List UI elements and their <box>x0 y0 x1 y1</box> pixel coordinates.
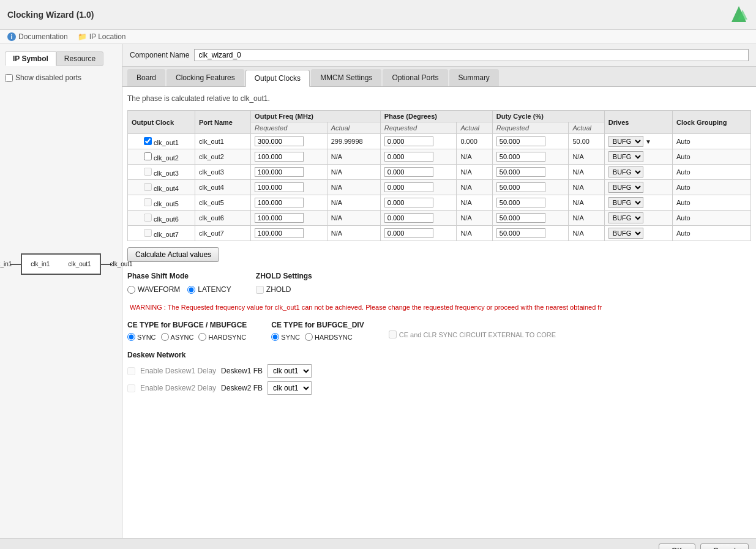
row-checkbox-cell: clk_out7 <box>128 226 195 241</box>
ce-div-hardsync-label[interactable]: HARDSYNC <box>305 333 353 341</box>
calculate-btn[interactable]: Calculate Actual values <box>127 247 219 262</box>
deskew2-label: Enable Deskew2 Delay <box>140 384 216 392</box>
row-4-freq-req <box>251 195 327 211</box>
latency-radio[interactable] <box>187 286 195 294</box>
row-3-freq-req-input[interactable] <box>255 182 304 192</box>
row-1-drives-select[interactable]: BUFG <box>608 151 643 162</box>
row-0-port: clk_out1 <box>195 134 250 149</box>
ce-sync-label[interactable]: SYNC <box>127 333 156 341</box>
row-6-checkbox[interactable] <box>144 229 152 237</box>
show-disabled-checkbox[interactable] <box>5 74 13 82</box>
deskew1-select[interactable]: clk out1 <box>268 364 312 378</box>
ce-hardsync-radio[interactable] <box>198 333 206 341</box>
ce-div-hardsync-radio[interactable] <box>305 333 313 341</box>
row-4-drives-select[interactable]: BUFG <box>608 197 643 208</box>
ce-async-radio[interactable] <box>161 333 169 341</box>
component-name-input[interactable] <box>194 49 749 61</box>
row-2-checkbox[interactable] <box>144 168 152 176</box>
tab-mmcm-settings[interactable]: MMCM Settings <box>311 69 381 86</box>
row-0-drives-select[interactable]: BUFG <box>608 136 643 147</box>
row-5-phase-req-input[interactable] <box>384 213 433 223</box>
tab-content: The phase is calculated relative to clk_… <box>122 87 756 538</box>
row-1-duty-req-input[interactable] <box>496 152 545 162</box>
warning-text: WARNING : The Requested frequency value … <box>127 301 751 313</box>
tab-summary[interactable]: Summary <box>449 69 499 86</box>
ce-div-sync-label[interactable]: SYNC <box>271 333 300 341</box>
ce-clr-sync-checkbox[interactable] <box>389 331 397 338</box>
row-0-checkbox[interactable] <box>144 137 152 145</box>
row-1-checkbox[interactable] <box>144 152 152 160</box>
deskew2-select[interactable]: clk out1 <box>268 381 312 395</box>
row-5-phase-act: N/A <box>457 211 492 226</box>
ok-button[interactable]: OK <box>659 543 695 549</box>
latency-radio-label[interactable]: LATENCY <box>187 285 231 294</box>
row-4-checkbox[interactable] <box>144 198 152 206</box>
cancel-button[interactable]: Cancel <box>700 543 749 549</box>
tab-optional-ports[interactable]: Optional Ports <box>383 69 447 86</box>
sidebar-tab-resource[interactable]: Resource <box>56 51 103 66</box>
row-2-freq-req-input[interactable] <box>255 167 304 177</box>
row-5-freq-req-input[interactable] <box>255 213 304 223</box>
col-phase-req: Requested <box>380 122 457 134</box>
ce-async-label[interactable]: ASYNC <box>161 333 194 341</box>
row-4-drives: BUFG <box>604 195 672 211</box>
sidebar-tab-group: IP Symbol Resource <box>5 51 117 66</box>
row-5-drives-select[interactable]: BUFG <box>608 212 643 223</box>
sidebar-tab-ip-symbol[interactable]: IP Symbol <box>5 51 56 66</box>
documentation-label: Documentation <box>18 32 68 41</box>
row-6-freq-req-input[interactable] <box>255 228 304 238</box>
row-0-duty-req-input[interactable] <box>496 136 545 146</box>
row-2-duty-req <box>492 165 569 180</box>
row-2-drives-select[interactable]: BUFG <box>608 166 643 177</box>
row-4-duty-req-input[interactable] <box>496 198 545 207</box>
row-3-phase-req-input[interactable] <box>384 182 433 192</box>
deskew-title: Deskew Network <box>127 351 751 359</box>
row-4-phase-req-input[interactable] <box>384 198 433 207</box>
zhold-title: ZHOLD Settings <box>256 272 312 280</box>
row-2-phase-req-input[interactable] <box>384 167 433 177</box>
row-6-duty-req-input[interactable] <box>496 228 545 238</box>
row-5-port: clk_out6 <box>195 211 250 226</box>
deskew2-checkbox[interactable] <box>127 384 135 392</box>
row-3-drives-select[interactable]: BUFG <box>608 182 643 193</box>
ip-output-label: clk_out1 <box>110 261 132 267</box>
title-bar: Clocking Wizard (1.0) <box>0 0 756 30</box>
col-phase: Phase (Degrees) <box>380 111 492 122</box>
tab-board[interactable]: Board <box>127 69 165 86</box>
row-4-freq-req-input[interactable] <box>255 198 304 207</box>
row-1-freq-req-input[interactable] <box>255 152 304 162</box>
row-4-phase-req <box>380 195 457 211</box>
row-0-phase-req-input[interactable] <box>384 136 433 146</box>
row-5-duty-req-input[interactable] <box>496 213 545 223</box>
row-0-freq-req <box>251 134 327 149</box>
row-1-name: clk_out2 <box>154 154 179 162</box>
row-6-phase-req-input[interactable] <box>384 228 433 238</box>
row-2-port: clk_out3 <box>195 165 250 180</box>
row-6-drives-select[interactable]: BUFG <box>608 228 643 239</box>
row-5-checkbox[interactable] <box>144 214 152 222</box>
row-3-checkbox[interactable] <box>144 183 152 191</box>
ce-sync-radio[interactable] <box>127 333 135 341</box>
ce-row: CE TYPE for BUFGCE / MBUFGCE SYNC ASYNC <box>127 321 751 341</box>
tab-output-clocks[interactable]: Output Clocks <box>245 70 310 87</box>
ce-div-sync-radio[interactable] <box>271 333 279 341</box>
ce-hardsync-label[interactable]: HARDSYNC <box>198 333 246 341</box>
app-logo <box>729 5 749 24</box>
deskew1-checkbox[interactable] <box>127 367 135 375</box>
row-2-duty-req-input[interactable] <box>496 167 545 177</box>
row-4-clock-group: Auto <box>672 195 750 211</box>
row-4-duty-req <box>492 195 569 211</box>
tab-clocking-features[interactable]: Clocking Features <box>167 69 244 86</box>
row-1-phase-req-input[interactable] <box>384 152 433 162</box>
waveform-radio[interactable] <box>127 286 135 294</box>
documentation-link[interactable]: i Documentation <box>7 32 68 41</box>
ip-location-link[interactable]: 📁 IP Location <box>78 32 126 41</box>
zhold-checkbox-label[interactable]: ZHOLD <box>256 285 312 294</box>
row-3-phase-req <box>380 180 457 195</box>
row-3-freq-req <box>251 180 327 195</box>
row-0-freq-req-input[interactable] <box>255 136 304 146</box>
row-0-duty-req <box>492 134 569 149</box>
zhold-checkbox[interactable] <box>256 286 264 294</box>
row-3-duty-req-input[interactable] <box>496 182 545 192</box>
waveform-radio-label[interactable]: WAVEFORM <box>127 285 180 294</box>
